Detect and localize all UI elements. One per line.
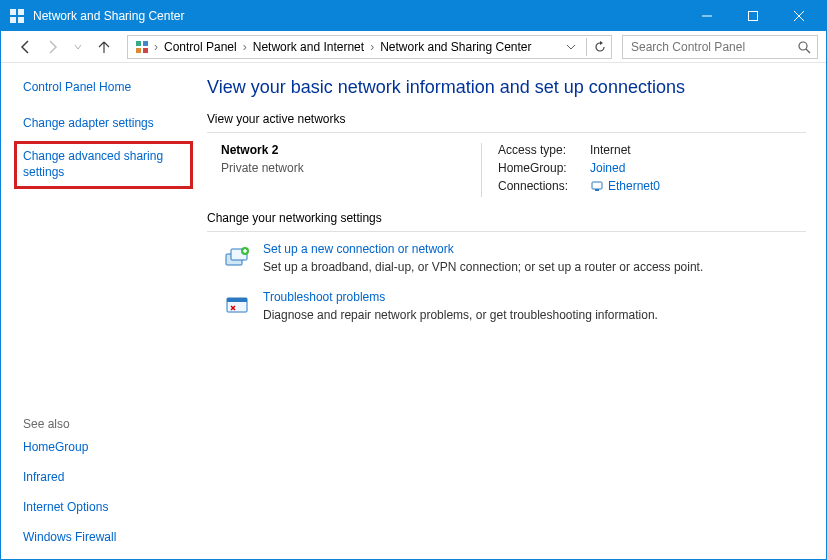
change-adapter-settings-link[interactable]: Change adapter settings — [23, 115, 187, 131]
svg-rect-8 — [136, 41, 141, 46]
see-also-infrared[interactable]: Infrared — [23, 469, 187, 485]
breadcrumb-item[interactable]: Network and Internet — [249, 40, 368, 54]
breadcrumb-item[interactable]: Control Panel — [160, 40, 241, 54]
access-type-label: Access type: — [498, 143, 590, 157]
connections-link-text: Ethernet0 — [608, 179, 660, 193]
network-subtitle: Private network — [221, 161, 481, 175]
see-also-homegroup[interactable]: HomeGroup — [23, 439, 187, 455]
homegroup-value[interactable]: Joined — [590, 161, 625, 175]
page-heading: View your basic network information and … — [207, 77, 806, 98]
svg-point-12 — [799, 42, 807, 50]
svg-rect-9 — [143, 41, 148, 46]
svg-rect-0 — [10, 9, 16, 15]
titlebar: Network and Sharing Center — [1, 1, 826, 31]
active-networks-label: View your active networks — [207, 112, 806, 126]
breadcrumb-item[interactable]: Network and Sharing Center — [376, 40, 535, 54]
setup-connection-link[interactable]: Set up a new connection or network — [263, 242, 703, 256]
ethernet-icon — [590, 179, 604, 193]
forward-button[interactable] — [41, 36, 63, 58]
svg-rect-2 — [10, 17, 16, 23]
maximize-button[interactable] — [730, 1, 776, 31]
back-button[interactable] — [15, 36, 37, 58]
svg-rect-14 — [592, 182, 602, 189]
svg-line-13 — [806, 49, 810, 53]
nav-row: › Control Panel › Network and Internet ›… — [1, 31, 826, 63]
chevron-right-icon[interactable]: › — [368, 40, 376, 54]
svg-rect-3 — [18, 17, 24, 23]
svg-rect-1 — [18, 9, 24, 15]
setup-connection-icon — [221, 242, 253, 274]
setup-connection-item: Set up a new connection or network Set u… — [221, 242, 806, 274]
chevron-right-icon[interactable]: › — [241, 40, 249, 54]
main-pane: View your basic network information and … — [199, 63, 826, 559]
see-also-header: See also — [23, 417, 187, 431]
sidebar: Control Panel Home Change adapter settin… — [1, 63, 199, 559]
close-button[interactable] — [776, 1, 822, 31]
minimize-button[interactable] — [684, 1, 730, 31]
network-name: Network 2 — [221, 143, 481, 157]
search-box[interactable] — [622, 35, 818, 59]
setup-connection-desc: Set up a broadband, dial-up, or VPN conn… — [263, 260, 703, 274]
highlighted-sidebar-item: Change advanced sharing settings — [14, 141, 193, 189]
troubleshoot-desc: Diagnose and repair network problems, or… — [263, 308, 658, 322]
window-title: Network and Sharing Center — [33, 9, 684, 23]
see-also-internet-options[interactable]: Internet Options — [23, 499, 187, 515]
change-advanced-sharing-link[interactable]: Change advanced sharing settings — [23, 148, 184, 180]
connections-value[interactable]: Ethernet0 — [590, 179, 660, 193]
svg-rect-11 — [143, 48, 148, 53]
troubleshoot-icon — [221, 290, 253, 322]
homegroup-label: HomeGroup: — [498, 161, 590, 175]
search-icon[interactable] — [797, 40, 811, 54]
see-also-windows-firewall[interactable]: Windows Firewall — [23, 529, 187, 545]
up-button[interactable] — [93, 36, 115, 58]
access-type-value: Internet — [590, 143, 631, 157]
recent-dropdown-icon[interactable] — [67, 36, 89, 58]
change-settings-label: Change your networking settings — [207, 211, 806, 225]
breadcrumbs: › Control Panel › Network and Internet ›… — [127, 35, 612, 59]
troubleshoot-item: Troubleshoot problems Diagnose and repai… — [221, 290, 806, 322]
svg-rect-5 — [749, 12, 758, 21]
app-icon — [9, 8, 25, 24]
active-network-block: Network 2 Private network Access type: I… — [207, 133, 806, 211]
chevron-right-icon[interactable]: › — [152, 40, 160, 54]
control-panel-home-link[interactable]: Control Panel Home — [23, 79, 187, 95]
svg-rect-10 — [136, 48, 141, 53]
connections-label: Connections: — [498, 179, 590, 193]
breadcrumb-dropdown-icon[interactable] — [566, 42, 576, 52]
search-input[interactable] — [629, 39, 797, 55]
svg-rect-22 — [227, 298, 247, 302]
control-panel-icon — [134, 39, 150, 55]
svg-rect-15 — [595, 189, 599, 191]
refresh-button[interactable] — [593, 40, 607, 54]
troubleshoot-link[interactable]: Troubleshoot problems — [263, 290, 658, 304]
